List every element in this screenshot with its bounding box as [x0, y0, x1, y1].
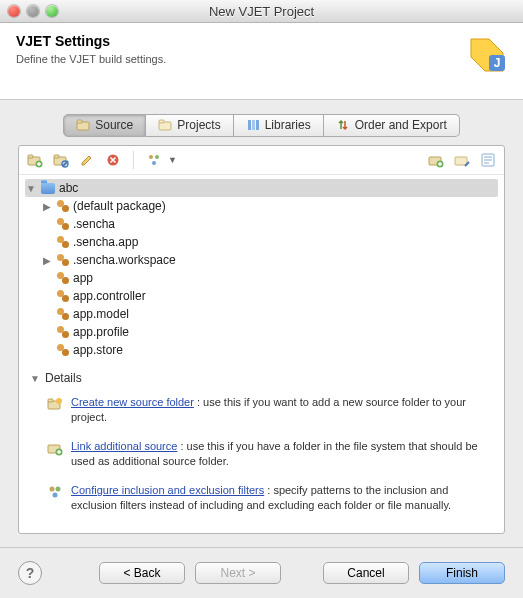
- tree-item[interactable]: app.store: [25, 341, 498, 359]
- tree-item[interactable]: app.profile: [25, 323, 498, 341]
- tree-item[interactable]: ▶ .sencha.workspace: [25, 251, 498, 269]
- package-icon: [57, 308, 69, 320]
- tab-projects[interactable]: Projects: [146, 114, 233, 137]
- tree-item[interactable]: .sencha.app: [25, 233, 498, 251]
- svg-rect-3: [77, 120, 82, 123]
- source-folder-icon: [76, 118, 90, 132]
- tree-label: .sencha.workspace: [73, 253, 176, 267]
- tree-label: app.profile: [73, 325, 129, 339]
- configure-filters-icon[interactable]: [480, 152, 496, 168]
- tree-label: abc: [59, 181, 78, 195]
- tree-label: .sencha: [73, 217, 115, 231]
- svg-point-29: [56, 487, 61, 492]
- finish-button[interactable]: Finish: [419, 562, 505, 584]
- package-icon: [57, 344, 69, 356]
- project-folder-icon: [41, 183, 55, 194]
- cancel-button[interactable]: Cancel: [323, 562, 409, 584]
- svg-rect-21: [455, 157, 467, 165]
- filter-icon[interactable]: [146, 152, 162, 168]
- link-folder-icon[interactable]: [454, 152, 470, 168]
- package-icon: [57, 326, 69, 338]
- order-icon: [336, 118, 350, 132]
- wizard-content: Source Projects Libraries Order and Expo…: [0, 100, 523, 540]
- package-icon: [57, 236, 69, 248]
- svg-rect-10: [28, 155, 33, 158]
- configure-filters-detail-icon: [47, 484, 63, 500]
- disclosure-closed-icon[interactable]: ▶: [41, 255, 53, 266]
- svg-rect-13: [54, 155, 59, 158]
- package-icon: [57, 200, 69, 212]
- help-icon[interactable]: ?: [18, 561, 42, 585]
- package-icon: [57, 254, 69, 266]
- tab-label: Source: [95, 118, 133, 132]
- disclosure-closed-icon[interactable]: ▶: [41, 201, 53, 212]
- package-icon: [57, 272, 69, 284]
- source-toolbar: ▼: [19, 146, 504, 175]
- disclosure-open-icon[interactable]: ▼: [29, 373, 41, 384]
- libraries-icon: [246, 118, 260, 132]
- projects-icon: [158, 118, 172, 132]
- page-subtitle: Define the VJET build settings.: [16, 53, 507, 65]
- details-item-link: Link additional source : use this if you…: [29, 435, 494, 479]
- tree-item[interactable]: app: [25, 269, 498, 287]
- svg-rect-7: [252, 120, 255, 130]
- vjet-logo-icon: J: [465, 33, 509, 77]
- build-path-tabs: Source Projects Libraries Order and Expo…: [18, 114, 505, 137]
- window-title: New VJET Project: [0, 4, 523, 19]
- titlebar: New VJET Project: [0, 0, 523, 23]
- page-title: VJET Settings: [16, 33, 507, 49]
- source-panel: ▼ ▼ abc ▶: [18, 145, 505, 534]
- svg-point-18: [152, 161, 156, 165]
- next-button: Next >: [195, 562, 281, 584]
- edit-icon[interactable]: [79, 152, 95, 168]
- package-icon: [57, 218, 69, 230]
- tree-item[interactable]: app.controller: [25, 287, 498, 305]
- svg-point-30: [53, 493, 58, 498]
- details-heading: Details: [45, 371, 82, 385]
- wizard-footer: ? < Back Next > Cancel Finish: [0, 547, 523, 598]
- details-item-filters: Configure inclusion and exclusion filter…: [29, 479, 494, 523]
- create-folder-icon: [47, 396, 63, 412]
- details-heading-row[interactable]: ▼ Details: [29, 367, 494, 391]
- tab-label: Projects: [177, 118, 220, 132]
- tree-item[interactable]: app.model: [25, 305, 498, 323]
- package-icon: [57, 290, 69, 302]
- tab-source[interactable]: Source: [63, 114, 146, 137]
- add-source-folder-icon[interactable]: [27, 152, 43, 168]
- svg-point-28: [50, 487, 55, 492]
- details-section: ▼ Details Create new source folder : use…: [19, 367, 504, 523]
- svg-point-25: [56, 398, 62, 404]
- link-source-icon[interactable]: [53, 152, 69, 168]
- svg-rect-8: [256, 120, 259, 130]
- tree-label: app.store: [73, 343, 123, 357]
- svg-rect-5: [159, 120, 164, 123]
- tree-label: app.model: [73, 307, 129, 321]
- tab-libraries[interactable]: Libraries: [234, 114, 324, 137]
- svg-rect-24: [48, 399, 53, 402]
- wizard-header: VJET Settings Define the VJET build sett…: [0, 23, 523, 100]
- create-source-folder-link[interactable]: Create new source folder: [71, 396, 194, 408]
- tree-label: .sencha.app: [73, 235, 138, 249]
- tree-label: (default package): [73, 199, 166, 213]
- tab-order-export[interactable]: Order and Export: [324, 114, 460, 137]
- svg-point-17: [155, 155, 159, 159]
- tree-label: app.controller: [73, 289, 146, 303]
- configure-filters-link[interactable]: Configure inclusion and exclusion filter…: [71, 484, 264, 496]
- tab-label: Libraries: [265, 118, 311, 132]
- link-additional-source-link[interactable]: Link additional source: [71, 440, 177, 452]
- tree-root[interactable]: ▼ abc: [25, 179, 498, 197]
- details-item-create: Create new source folder : use this if y…: [29, 391, 494, 435]
- svg-text:J: J: [494, 56, 501, 70]
- svg-point-16: [149, 155, 153, 159]
- chevron-down-icon[interactable]: ▼: [168, 155, 177, 165]
- disclosure-open-icon[interactable]: ▼: [25, 183, 37, 194]
- svg-rect-6: [248, 120, 251, 130]
- tab-label: Order and Export: [355, 118, 447, 132]
- back-button[interactable]: < Back: [99, 562, 185, 584]
- tree-item[interactable]: .sencha: [25, 215, 498, 233]
- tree-item[interactable]: ▶ (default package): [25, 197, 498, 215]
- remove-icon[interactable]: [105, 152, 121, 168]
- add-folder-icon[interactable]: [428, 152, 444, 168]
- tree-label: app: [73, 271, 93, 285]
- source-tree: ▼ abc ▶ (default package) .sencha .sench…: [19, 175, 504, 367]
